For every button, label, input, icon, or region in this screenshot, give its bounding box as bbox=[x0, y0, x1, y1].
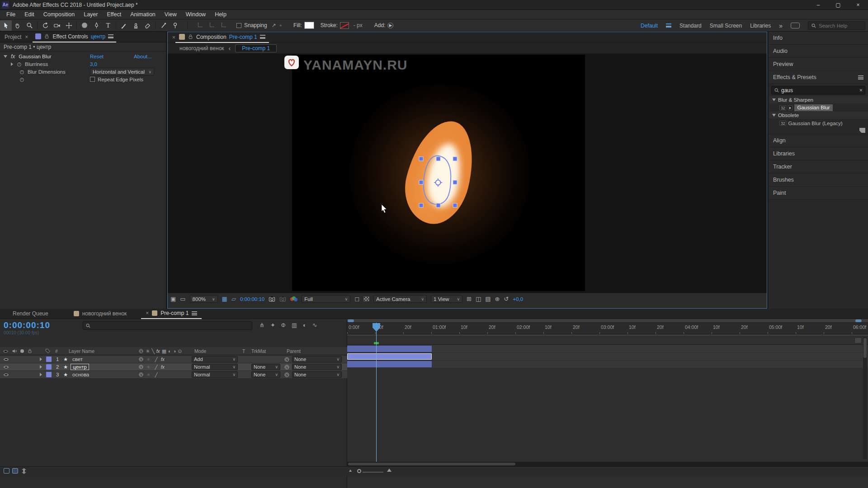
timecode-block[interactable]: 0:00:00:10 00010 (30.00 fps) bbox=[4, 320, 50, 335]
blur-dimensions-dropdown[interactable]: Horizontal and Vertical ∨ bbox=[90, 68, 154, 75]
blurriness-value[interactable]: 3,0 bbox=[90, 61, 97, 67]
world-axis-mode-icon[interactable] bbox=[206, 20, 217, 31]
time-ruler[interactable]: 0:00f 10f 20f 01:00f 10f 20f 02:00f 10f … bbox=[347, 323, 868, 334]
collapse-column-icon[interactable]: ✳ bbox=[146, 348, 150, 354]
stopwatch-icon[interactable] bbox=[16, 61, 22, 67]
mask-visibility-icon[interactable]: ▱ bbox=[231, 296, 236, 302]
close-button[interactable]: × bbox=[848, 0, 868, 10]
menu-view[interactable]: View bbox=[160, 10, 181, 19]
blend-mode-dropdown[interactable]: Add∨ bbox=[192, 356, 238, 362]
layer-expander-icon[interactable] bbox=[40, 357, 42, 361]
expand-transfer-controls-icon[interactable] bbox=[12, 468, 18, 474]
fill-label[interactable]: Fill: bbox=[293, 22, 302, 28]
minimize-button[interactable]: – bbox=[808, 0, 828, 10]
menu-help[interactable]: Help bbox=[210, 10, 231, 19]
effects-group-blur-sharpen[interactable]: Blur & Sharpen bbox=[769, 96, 868, 104]
effect-item-label[interactable]: Gaussian Blur bbox=[794, 104, 832, 111]
effect-item-label[interactable]: Gaussian Blur (Legacy) bbox=[788, 121, 842, 126]
stroke-swatch[interactable] bbox=[340, 22, 349, 29]
trkmat-column-header[interactable]: TrkMat bbox=[251, 347, 266, 355]
puppet-pin-tool[interactable] bbox=[169, 20, 181, 31]
tab-close-icon[interactable]: × bbox=[172, 34, 175, 41]
param-expander-icon[interactable] bbox=[11, 62, 13, 66]
expand-in-out-icon[interactable] bbox=[22, 468, 26, 474]
roto-brush-tool[interactable] bbox=[157, 20, 169, 31]
graph-editor-icon[interactable]: ∿ bbox=[312, 322, 317, 328]
panel-tab-tracker[interactable]: Tracker bbox=[769, 160, 868, 174]
trkmat-dropdown[interactable]: None∨ bbox=[251, 371, 280, 378]
blend-mode-dropdown[interactable]: Normal∨ bbox=[192, 364, 238, 370]
type-tool[interactable]: T bbox=[102, 20, 114, 31]
channel-settings-icon[interactable] bbox=[290, 296, 297, 302]
maximize-button[interactable]: ▢ bbox=[828, 0, 848, 10]
effect-item-gaussian-blur[interactable]: 32 Gaussian Blur bbox=[769, 104, 868, 112]
tab-project-close-icon[interactable]: × bbox=[25, 34, 28, 40]
tab-composition[interactable]: Composition Pre-comp 1 bbox=[175, 32, 269, 43]
draft-3d-icon[interactable]: ✦ bbox=[270, 322, 275, 328]
snap-along-edges-icon[interactable]: ↗ bbox=[272, 22, 276, 28]
breadcrumb-current[interactable]: Pre-comp 1 bbox=[235, 44, 277, 52]
effect-name[interactable]: Gaussian Blur bbox=[19, 54, 51, 59]
always-preview-icon[interactable]: ▣ bbox=[170, 296, 176, 302]
menu-layer[interactable]: Layer bbox=[79, 10, 102, 19]
scrollbar-thumb[interactable] bbox=[863, 338, 867, 358]
menu-animation[interactable]: Animation bbox=[126, 10, 160, 19]
stopwatch-icon[interactable] bbox=[19, 69, 25, 75]
workspace-standard[interactable]: Standard bbox=[679, 23, 702, 29]
layer-name[interactable]: свет bbox=[71, 357, 85, 362]
composition-viewer[interactable]: YANAMAYN.RU YANAMAYN.RU bbox=[168, 54, 767, 293]
layer-label-square[interactable] bbox=[46, 357, 52, 362]
layer-row-centr[interactable]: 2 ★ центр ✳ ╱ fx Normal∨ None∨ None∨ bbox=[0, 363, 347, 371]
workspace-libraries[interactable]: Libraries bbox=[750, 23, 771, 29]
zoom-out-mountain-icon[interactable] bbox=[349, 469, 352, 472]
horizontal-scrollbar[interactable] bbox=[347, 462, 868, 466]
layer-row-svet[interactable]: 1 ★ свет ✳ ╱ fx Add∨ None∨ bbox=[0, 356, 347, 363]
repeat-edge-checkbox[interactable] bbox=[90, 77, 95, 82]
panel-tab-preview[interactable]: Preview bbox=[769, 58, 868, 71]
effects-column-icon[interactable]: ▦ bbox=[162, 348, 166, 354]
layer-expander-icon[interactable] bbox=[40, 365, 42, 369]
t-column-header[interactable]: T bbox=[242, 347, 245, 355]
stroke-label[interactable]: Stroke: bbox=[321, 22, 338, 28]
exposure-value[interactable]: +0,0 bbox=[513, 296, 523, 302]
hand-tool[interactable] bbox=[12, 20, 24, 31]
layer-bar-svet[interactable] bbox=[347, 346, 432, 352]
show-snapshot-icon[interactable] bbox=[279, 296, 286, 302]
shape-selection-overlay[interactable] bbox=[416, 154, 460, 211]
collapse-switch-icon[interactable]: ✳ bbox=[146, 357, 151, 362]
pickwhip-icon[interactable] bbox=[138, 372, 144, 377]
safe-margins-icon[interactable]: ⊞ bbox=[467, 296, 472, 302]
brush-tool[interactable] bbox=[118, 20, 130, 31]
stroke-width-value[interactable]: - px bbox=[354, 22, 363, 28]
view-layout-dropdown[interactable]: Active Camera ∨ bbox=[373, 295, 427, 303]
effect-reset-link[interactable]: Reset bbox=[90, 54, 104, 59]
parent-column-header[interactable]: Parent bbox=[287, 347, 301, 355]
timeline-search-input[interactable] bbox=[93, 322, 250, 329]
effects-group-obsolete[interactable]: Obsolete bbox=[769, 112, 868, 119]
clear-search-icon[interactable]: × bbox=[859, 87, 863, 94]
quality-switch-icon[interactable]: ╱ bbox=[153, 365, 159, 370]
exposure-scale-icon[interactable]: ◫ bbox=[476, 296, 481, 302]
tab-close-icon[interactable]: × bbox=[146, 310, 149, 316]
menu-composition[interactable]: Composition bbox=[39, 10, 79, 19]
group-expander-icon[interactable] bbox=[772, 99, 776, 101]
frame-blend-column-icon[interactable]: ◐ bbox=[168, 348, 171, 354]
lock-column-icon[interactable] bbox=[27, 348, 33, 354]
navigator-end-handle[interactable] bbox=[855, 319, 862, 322]
panel-tab-info[interactable]: Info bbox=[769, 32, 868, 45]
vertical-scrollbar[interactable] bbox=[863, 337, 867, 459]
breadcrumb-back-icon[interactable]: ‹ bbox=[229, 45, 231, 52]
layer-row-osnova[interactable]: 3 ★ основа ✳ ╱ Normal∨ None∨ None∨ bbox=[0, 371, 347, 378]
effects-search-input[interactable] bbox=[781, 87, 858, 94]
parent-pickwhip-icon[interactable] bbox=[284, 372, 290, 378]
snap-to-features-icon[interactable]: ▫ bbox=[280, 22, 282, 28]
layer-name[interactable]: основа bbox=[71, 372, 91, 377]
clone-stamp-tool[interactable] bbox=[130, 20, 142, 31]
transparency-grid-icon[interactable] bbox=[363, 296, 369, 301]
snapping-checkbox[interactable] bbox=[236, 23, 241, 28]
hide-shy-icon[interactable]: Ф bbox=[281, 322, 286, 328]
quality-column-icon[interactable]: ╲ bbox=[151, 348, 155, 354]
navigator-start-handle[interactable] bbox=[348, 319, 354, 322]
trkmat-dropdown[interactable]: None∨ bbox=[251, 364, 280, 370]
layer-name[interactable]: центр bbox=[71, 364, 89, 370]
